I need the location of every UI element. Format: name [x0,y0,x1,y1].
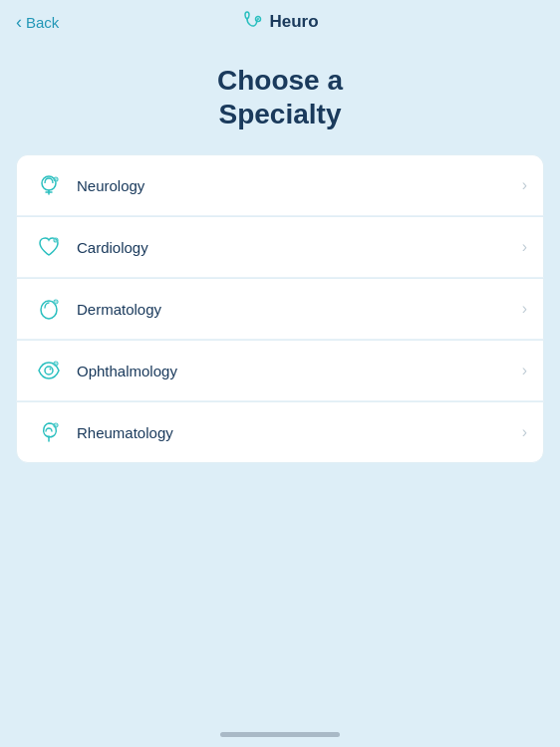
cardiology-label: Cardiology [77,239,522,256]
svg-point-9 [55,301,57,303]
page-title: Choose a Specialty [16,64,544,130]
neurology-chevron-icon: › [522,176,527,194]
specialty-list: Neurology › Cardiology › Dermatology › [0,154,560,463]
ophthalmology-icon [33,355,65,386]
app-name: Heuro [269,12,318,32]
rheumatology-icon [33,416,65,448]
specialty-item-ophthalmology[interactable]: Ophthalmology › [16,340,544,401]
specialty-item-neurology[interactable]: Neurology › [16,154,544,216]
home-indicator [220,732,340,737]
rheumatology-label: Rheumatology [77,424,522,441]
neurology-label: Neurology [77,177,522,194]
back-label: Back [26,14,59,31]
specialty-item-dermatology[interactable]: Dermatology › [16,278,544,340]
dermatology-icon [33,293,65,325]
back-button[interactable]: ‹ Back [16,13,59,31]
app-logo: Heuro [241,10,318,35]
cardiology-icon [33,231,65,263]
specialty-item-cardiology[interactable]: Cardiology › [16,216,544,278]
svg-point-4 [55,178,57,180]
svg-point-6 [55,239,57,241]
svg-point-13 [55,363,57,365]
page-title-container: Choose a Specialty [0,44,560,154]
rheumatology-chevron-icon: › [522,423,527,441]
dermatology-chevron-icon: › [522,300,527,318]
svg-point-11 [50,369,52,371]
svg-point-15 [55,424,57,426]
cardiology-chevron-icon: › [522,238,527,256]
neurology-icon [33,169,65,201]
dermatology-label: Dermatology [77,301,522,318]
nav-bar: ‹ Back Heuro [0,0,560,44]
ophthalmology-chevron-icon: › [522,362,527,379]
ophthalmology-label: Ophthalmology [77,363,522,379]
svg-point-10 [45,367,53,374]
svg-point-1 [257,18,259,20]
stethoscope-icon [241,10,263,35]
back-chevron-icon: ‹ [16,13,22,31]
specialty-item-rheumatology[interactable]: Rheumatology › [16,401,544,463]
